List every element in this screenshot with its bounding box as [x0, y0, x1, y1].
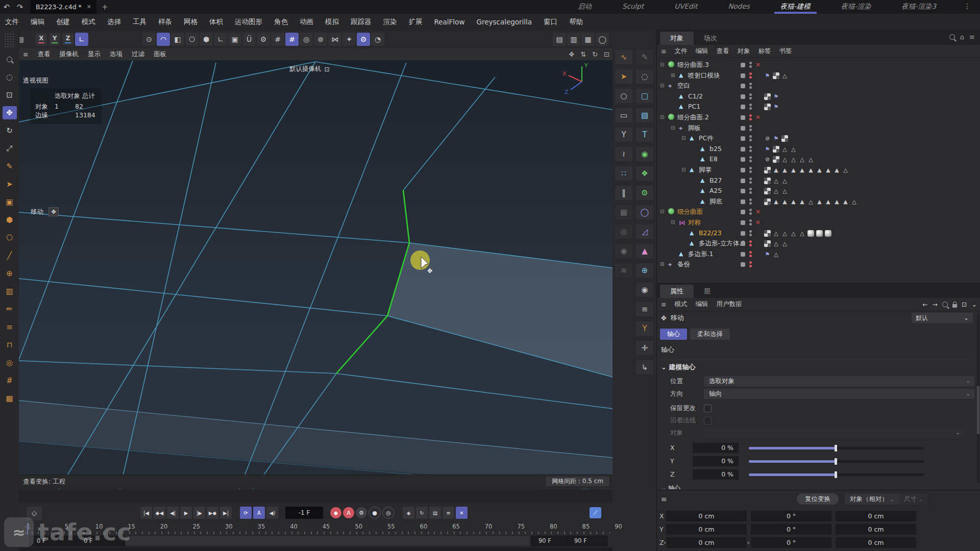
layout-tab-5[interactable]: 夜猫-渲染: [826, 0, 887, 14]
grid-tool-icon[interactable]: #: [3, 374, 17, 387]
circle-tool-icon[interactable]: ○: [615, 89, 632, 103]
points-to-circle-icon[interactable]: ∷: [615, 166, 632, 181]
menu-item-5[interactable]: 工具: [133, 17, 146, 27]
document-tab[interactable]: B2223-2.c4d * ✕: [31, 0, 96, 14]
range-field-2[interactable]: 90 F: [531, 536, 572, 546]
tree-item-19[interactable]: ⊞⌖备份: [657, 260, 980, 270]
expand-icon[interactable]: ⊟: [681, 135, 685, 141]
visibility-dots[interactable]: [749, 209, 752, 215]
tri-tag-icon[interactable]: △: [781, 146, 788, 153]
tri-tag-icon[interactable]: △: [807, 156, 814, 163]
model-mode-icon[interactable]: ⎔: [185, 33, 199, 46]
palette-grip[interactable]: [4, 33, 15, 48]
menu-item-18[interactable]: 窗口: [544, 17, 557, 27]
viewport-menu-4[interactable]: 过滤: [132, 50, 144, 59]
new-tab-button[interactable]: +: [102, 3, 108, 12]
tree-item-15[interactable]: ⊟⋈对称✕: [657, 218, 980, 228]
edges-mode-icon[interactable]: ◠: [157, 33, 170, 46]
checker-tag-icon[interactable]: [764, 93, 771, 100]
attr-dropdown-icon[interactable]: ⌄: [972, 300, 977, 308]
checker-tag-icon[interactable]: [764, 167, 771, 173]
tree-item-9[interactable]: ▲E8⊘△△△△: [657, 155, 980, 165]
attr-tab-1[interactable]: 层: [694, 285, 721, 298]
parameter-record-icon[interactable]: ◎: [382, 507, 395, 519]
scale-tool-icon[interactable]: ⤢: [3, 142, 17, 155]
viewport-hamburger-icon[interactable]: ≡: [23, 51, 28, 58]
axis-toggle-x[interactable]: X: [36, 33, 47, 45]
symmetry-settings-icon[interactable]: ✦: [342, 33, 356, 46]
autokeying-icon[interactable]: A: [343, 507, 354, 518]
layout-tab-1[interactable]: Sculpt: [607, 0, 659, 14]
knife-tool-icon[interactable]: ╱: [3, 249, 17, 262]
coord-scale-x[interactable]: 0 cm: [836, 511, 916, 521]
cluster-generator-icon[interactable]: ❖: [636, 166, 653, 181]
tree-item-13[interactable]: ▲脚底▲▲▲▲△▲▲▲▲△: [657, 197, 980, 207]
tri-tag-icon[interactable]: △: [842, 167, 849, 173]
layer-chip[interactable]: [741, 94, 745, 99]
visibility-dots[interactable]: [749, 251, 752, 257]
visibility-dots[interactable]: [749, 135, 752, 141]
disabled-icon[interactable]: ✕: [755, 219, 761, 226]
layout-tab-4[interactable]: 夜猫-建模: [765, 0, 826, 14]
target-tool-icon[interactable]: ◎: [615, 224, 632, 239]
om-menu-3[interactable]: 对象: [737, 47, 750, 56]
tri-tag-icon[interactable]: △: [773, 178, 779, 184]
move-tool-icon[interactable]: ✥: [3, 106, 17, 119]
noentry-tag-icon[interactable]: ⊘: [764, 135, 771, 142]
menu-item-15[interactable]: 扩展: [409, 17, 423, 27]
zoom-tool-icon[interactable]: [3, 53, 17, 66]
coord-scale-z[interactable]: 0 cm: [836, 537, 916, 548]
disabled-icon[interactable]: ✕: [755, 61, 761, 68]
render-settings-icon[interactable]: ▦: [581, 33, 595, 46]
disabled-icon[interactable]: ✕: [755, 208, 761, 215]
camera-swap-icon[interactable]: ⊡: [325, 65, 330, 73]
sphere-generator-icon[interactable]: ◉: [636, 147, 653, 161]
tri-tag-icon[interactable]: △: [790, 230, 797, 237]
layer-chip[interactable]: [741, 241, 745, 246]
menu-item-2[interactable]: 创建: [56, 17, 70, 27]
viewport-menu-3[interactable]: 选项: [110, 50, 122, 59]
trif-tag-icon[interactable]: ▲: [799, 198, 805, 205]
stamp-tool-icon[interactable]: ⊕: [3, 267, 17, 280]
visibility-dots[interactable]: [749, 125, 752, 131]
om-menu-4[interactable]: 标签: [758, 47, 771, 56]
tree-item-5[interactable]: ⊟细分曲面.2✕: [657, 113, 980, 123]
expand-icon[interactable]: ⊟: [660, 62, 664, 67]
tree-item-7[interactable]: ⊟▲PC件⊘⚑: [657, 134, 980, 144]
tree-item-8[interactable]: ▲b25⚑△△: [657, 144, 980, 155]
history-icon[interactable]: ◔: [371, 33, 384, 46]
tree-item-1[interactable]: ⊞▲喷射口模块⚑△: [657, 71, 980, 81]
mirror-object-icon[interactable]: Y: [636, 321, 653, 336]
menu-item-17[interactable]: Greyscalegorilla: [476, 18, 532, 26]
axis-toggle-y[interactable]: Y: [49, 33, 60, 45]
om-hamburger-icon[interactable]: ≡: [661, 47, 666, 55]
disabled-icon[interactable]: ✕: [755, 114, 761, 121]
bridge-tool-icon[interactable]: ‖: [615, 186, 632, 200]
coord-scale-y[interactable]: 0 cm: [836, 524, 916, 535]
lasso-tool-icon[interactable]: ◌: [636, 69, 653, 84]
tri-tag-icon[interactable]: △: [781, 156, 788, 163]
visibility-dots[interactable]: [749, 230, 752, 236]
viewport-menu-2[interactable]: 显示: [88, 50, 101, 59]
position-record-icon[interactable]: ●: [369, 507, 381, 519]
checker-tag-icon[interactable]: [773, 146, 779, 153]
om-menu-2[interactable]: 查看: [716, 47, 729, 56]
layout-tab-0[interactable]: 启动: [562, 0, 607, 14]
pan-view-icon[interactable]: ✥: [569, 51, 574, 58]
rotate-tool-icon[interactable]: ↻: [3, 124, 17, 137]
position-dropdown[interactable]: 选取对象⌄: [704, 376, 974, 386]
polygon-spline-icon[interactable]: ▲: [636, 244, 653, 258]
record-keyframe-icon[interactable]: ◆: [330, 507, 341, 518]
flag-tag-icon[interactable]: ⚑: [773, 93, 779, 100]
globe-object-icon[interactable]: ⊕: [636, 263, 653, 278]
expand-icon[interactable]: ⊟: [681, 167, 685, 172]
along-normals-checkbox[interactable]: [704, 417, 712, 424]
om-menu-5[interactable]: 书签: [779, 47, 792, 56]
coord-rot-y[interactable]: 0 °: [751, 524, 831, 535]
snap-settings-icon[interactable]: ⚙: [257, 33, 270, 46]
visibility-dots[interactable]: [749, 62, 752, 68]
next-key-icon[interactable]: ▶◆: [207, 507, 218, 519]
tri-tag-icon[interactable]: △: [781, 178, 788, 184]
checker-tag-icon[interactable]: [764, 188, 771, 194]
grid-tool-icon[interactable]: ▦: [615, 205, 632, 219]
